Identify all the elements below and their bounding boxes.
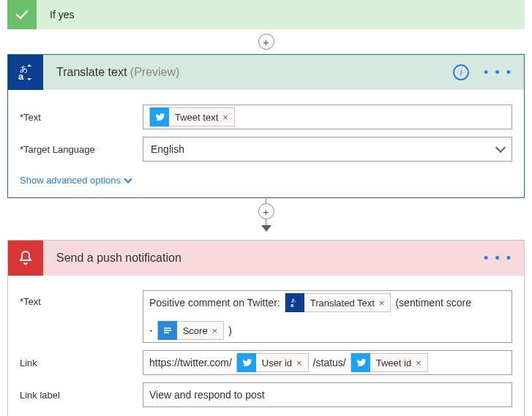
if-yes-label: If yes — [50, 9, 74, 20]
translate-icon: あa — [285, 293, 304, 312]
tweet-text-token[interactable]: Tweet text × — [149, 107, 235, 126]
svg-rect-4 — [164, 328, 171, 329]
connector-line — [266, 197, 266, 203]
card-menu-button[interactable]: • • • — [479, 251, 517, 266]
remove-token-button[interactable]: × — [296, 358, 302, 368]
svg-text:a: a — [18, 71, 24, 82]
twitter-icon — [351, 353, 370, 372]
add-step-button[interactable]: + — [258, 34, 274, 50]
if-yes-branch-header[interactable]: If yes — [7, 0, 525, 29]
push-card-title: Send a push notification — [56, 252, 181, 265]
twitter-icon — [150, 107, 169, 126]
connector-line — [266, 219, 266, 225]
translate-card-title: Translate text (Preview) — [56, 66, 179, 79]
push-text-input[interactable]: Positive comment on Twitter: あa Translat… — [143, 290, 512, 343]
translate-icon: あ a — [8, 55, 43, 90]
translate-card-header[interactable]: あ a Translate text (Preview) i • • • — [8, 55, 524, 90]
score-token[interactable]: Score × — [157, 321, 225, 340]
chevron-down-icon — [124, 175, 132, 183]
remove-token-button[interactable]: × — [379, 298, 385, 309]
show-advanced-options-link[interactable]: Show advanced options — [20, 175, 131, 186]
push-link-input[interactable]: https://twitter.com/ User id × /status/ … — [143, 350, 512, 375]
remove-token-button[interactable]: × — [212, 325, 218, 336]
translate-text-input[interactable]: Tweet text × — [143, 105, 512, 129]
text-field-label: *Text — [20, 112, 137, 123]
push-linklabel-input[interactable]: View and respond to post — [143, 382, 512, 407]
svg-rect-5 — [164, 330, 171, 331]
chevron-down-icon — [495, 143, 506, 153]
push-link-label: Link — [20, 358, 137, 368]
remove-token-button[interactable]: × — [222, 112, 228, 123]
remove-token-button[interactable]: × — [416, 358, 422, 368]
info-icon[interactable]: i — [453, 64, 469, 80]
arrow-down-icon — [261, 225, 271, 232]
push-notification-card: Send a push notification • • • *Text Pos… — [7, 240, 525, 416]
push-linklabel-label: Link label — [20, 390, 137, 401]
plus-icon: + — [263, 205, 269, 218]
twitter-icon — [237, 353, 256, 372]
svg-text:a: a — [291, 303, 293, 308]
card-menu-button[interactable]: • • • — [479, 65, 517, 80]
translated-text-token[interactable]: あa Translated Text × — [285, 293, 391, 312]
user-id-token[interactable]: User id × — [236, 353, 309, 372]
check-icon — [7, 0, 37, 29]
score-icon — [158, 321, 177, 340]
push-card-header[interactable]: Send a push notification • • • — [8, 241, 524, 276]
bell-icon — [8, 241, 43, 276]
translate-text-card: あ a Translate text (Preview) i • • • *Te… — [7, 54, 525, 198]
target-language-select[interactable]: English — [143, 137, 512, 162]
tweet-id-token[interactable]: Tweet id × — [351, 353, 428, 372]
svg-rect-6 — [164, 332, 169, 333]
add-step-button[interactable]: + — [258, 203, 274, 219]
plus-icon: + — [263, 36, 269, 48]
push-text-label: *Text — [20, 290, 137, 307]
target-language-label: *Target Language — [20, 144, 137, 155]
